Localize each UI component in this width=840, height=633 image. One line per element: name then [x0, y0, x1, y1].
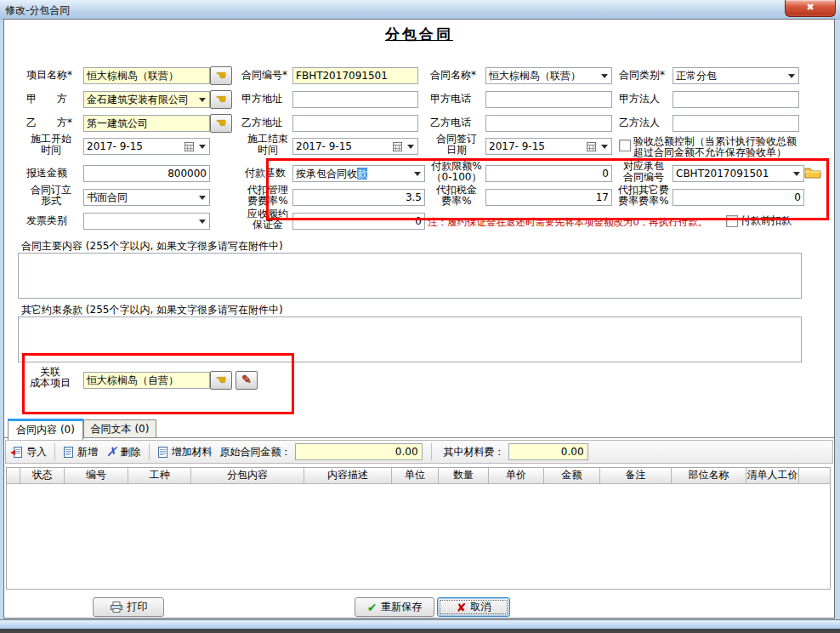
resave-label: 重新保存 — [381, 600, 422, 614]
delete-row-label: 删除 — [121, 445, 141, 459]
add-material-label: 增加材料 — [172, 445, 213, 459]
party-b-picker-button[interactable]: ☚ — [210, 114, 232, 133]
window-title: 修改-分包合同 — [5, 3, 70, 18]
col-amount[interactable]: 金额 — [544, 468, 600, 483]
project-picker-button[interactable]: ☚ — [210, 66, 232, 85]
resave-button[interactable]: ✔ 重新保存 — [355, 597, 434, 617]
contract-form-select[interactable]: 书面合同 — [83, 189, 210, 206]
contract-type-select[interactable]: 正常分包 — [673, 67, 799, 84]
col-status[interactable]: 状态 — [20, 468, 65, 483]
party-a-addr-label: 甲方地址 — [241, 94, 282, 105]
start-date-value: 2017- 9-15 — [87, 140, 143, 152]
contract-no-field[interactable]: FBHT2017091501 — [292, 67, 418, 84]
col-number[interactable]: 编号 — [65, 468, 128, 483]
contract-form-label: 合同订立 形式 — [21, 185, 81, 207]
party-a-legal-label: 甲方法人 — [619, 94, 660, 105]
report-amount-field[interactable]: 800000 — [83, 165, 210, 182]
chevron-down-icon — [199, 196, 206, 203]
orig-amount-field[interactable]: 0.00 — [295, 443, 423, 460]
delete-x-icon: ✗ — [106, 444, 117, 459]
col-unit-price[interactable]: 单价 — [489, 468, 544, 483]
grid-empty-body[interactable] — [7, 483, 830, 589]
party-a-picker-button[interactable]: ☚ — [210, 90, 232, 109]
project-name-label: 项目名称* — [26, 70, 72, 81]
party-a-tel-field[interactable] — [485, 91, 612, 108]
col-remark[interactable]: 备注 — [600, 468, 672, 483]
party-b-field[interactable]: 第一建筑公司 — [83, 115, 210, 132]
party-b-legal-field[interactable] — [673, 115, 799, 132]
tab-contract-content[interactable]: 合同内容 (0) — [8, 419, 83, 440]
invoice-type-label: 发票类别 — [26, 215, 67, 226]
add-row-label: 新增 — [77, 445, 98, 459]
accept-total-label: 验收总额控制（当累计执行验收总额 超过合同金额不允许保存验收单） — [633, 136, 805, 158]
sign-date-label: 合同签订 日期 — [427, 134, 486, 156]
grid-header-row: 状态 编号 工种 分包内容 内容描述 单位 数量 单价 金额 备注 部位名称 清… — [7, 468, 830, 483]
col-part-name[interactable]: 部位名称 — [672, 468, 746, 483]
printer-icon — [110, 602, 123, 613]
project-name-field[interactable]: 恒大棕榈岛（联营） — [83, 67, 210, 84]
close-icon[interactable]: ✖ — [785, 0, 836, 17]
subcontract-dialog: 分包合同 项目名称* 恒大棕榈岛（联营） ☚ 合同编号* FBHT2017091… — [3, 19, 835, 619]
start-date-field[interactable]: 2017- 9-15 — [83, 138, 210, 155]
annotation-box-cost-project — [22, 353, 294, 414]
party-a-combo[interactable]: 金石建筑安装有限公司 — [83, 91, 210, 108]
col-sub-content[interactable]: 分包内容 — [191, 468, 304, 483]
calendar-icon — [393, 142, 402, 151]
annotation-box-payment — [266, 158, 829, 220]
detail-grid: 状态 编号 工种 分包内容 内容描述 单位 数量 单价 金额 备注 部位名称 清… — [6, 467, 831, 590]
main-content-textarea[interactable] — [18, 253, 802, 299]
taskbar-sliver — [0, 629, 840, 633]
chevron-down-icon — [601, 145, 608, 152]
hand-icon: ☚ — [216, 68, 227, 82]
window-titlebar: 修改-分包合同 — [0, 0, 840, 20]
import-button[interactable]: 导入 — [6, 443, 51, 461]
add-material-button[interactable]: 增加材料 — [153, 443, 217, 461]
party-b-tel-label: 乙方电话 — [430, 117, 471, 128]
material-fee-field[interactable]: 0.00 — [508, 443, 588, 460]
tab-contract-text[interactable]: 合同文本 (0) — [83, 419, 156, 438]
chevron-down-icon — [199, 220, 206, 227]
contract-name-select[interactable]: 恒大棕榈岛（联营） — [485, 67, 612, 84]
chevron-down-icon — [407, 145, 414, 152]
hand-icon: ☚ — [216, 92, 227, 106]
contract-type-label: 合同类别* — [619, 70, 665, 81]
contract-no-label: 合同编号* — [241, 70, 287, 81]
col-unit[interactable]: 单位 — [392, 468, 439, 483]
material-fee-label: 其中材料费： — [444, 445, 505, 459]
end-date-field[interactable]: 2017- 9-15 — [292, 138, 418, 155]
col-list-labor-price[interactable]: 清单人工价 — [746, 468, 799, 483]
contract-type-value: 正常分包 — [676, 70, 717, 82]
contract-form-value: 书面合同 — [87, 191, 128, 203]
end-date-value: 2017- 9-15 — [296, 140, 352, 152]
delete-row-button[interactable]: ✗ 删除 — [102, 442, 145, 461]
row-indicator-header — [7, 468, 20, 483]
parent-window-frame — [0, 620, 840, 629]
party-a-legal-field[interactable] — [673, 91, 799, 108]
grid-toolbar: 导入 新增 ✗ 删除 增加材料 原始合同金额： 0.00 其中材料费： 0.00 — [5, 440, 833, 464]
cancel-label: 取消 — [470, 600, 491, 614]
chevron-down-icon — [199, 98, 206, 106]
hand-icon: ☚ — [216, 116, 227, 129]
import-label: 导入 — [26, 445, 47, 459]
party-a-addr-field[interactable] — [292, 91, 418, 108]
sign-date-value: 2017- 9-15 — [489, 140, 545, 152]
col-description[interactable]: 内容描述 — [304, 468, 392, 483]
accept-total-checkbox[interactable] — [619, 140, 631, 151]
other-terms-label: 其它约束条款 (255个字以内, 如果文字很多请写在附件中) — [21, 305, 283, 316]
main-content-label: 合同主要内容 (255个字以内, 如果文字很多请写在附件中) — [21, 241, 283, 252]
party-b-addr-field[interactable] — [292, 115, 418, 132]
document-icon — [63, 446, 74, 459]
contract-name-value: 恒大棕榈岛（联营） — [489, 70, 581, 82]
page-title: 分包合同 — [4, 25, 834, 44]
sign-date-field[interactable]: 2017- 9-15 — [485, 138, 612, 155]
col-trade[interactable]: 工种 — [128, 468, 191, 483]
col-quantity[interactable]: 数量 — [439, 468, 489, 483]
party-b-tel-field[interactable] — [485, 115, 612, 132]
print-button[interactable]: 打印 — [93, 597, 164, 617]
cancel-button[interactable]: ✘ 取消 — [437, 597, 510, 617]
chevron-down-icon — [199, 145, 206, 152]
add-row-button[interactable]: 新增 — [59, 443, 102, 461]
party-b-legal-label: 乙方法人 — [619, 117, 660, 128]
invoice-type-select[interactable] — [83, 213, 210, 230]
import-icon — [10, 446, 23, 459]
